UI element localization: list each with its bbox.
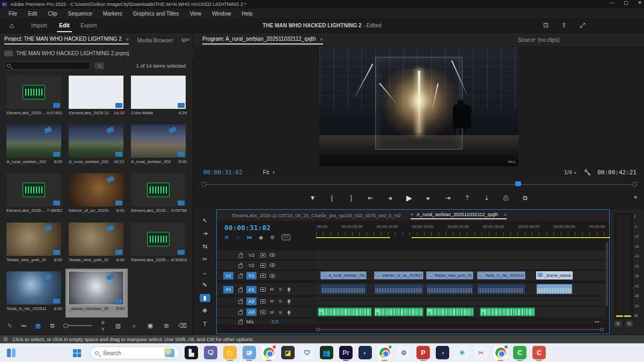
panel-overflow-chevron[interactable]: » — [186, 36, 189, 42]
file-explorer-app[interactable]: 🗀 — [223, 346, 237, 359]
red-p-app[interactable]: P — [416, 346, 430, 359]
add-controls-button[interactable]: + — [633, 193, 638, 201]
video-clip[interactable]: fx_scene_colorado — [536, 271, 573, 279]
menu-window[interactable]: Window — [207, 11, 237, 17]
track-output-eye-icon[interactable] — [269, 263, 275, 267]
project-item[interactable]: A_rural_serbian_2025...8:00 — [3, 122, 65, 171]
comparison-view-button[interactable]: ⧉ — [521, 194, 530, 202]
project-item[interactable]: ElevenLabs_2025-...7:38052 — [3, 171, 65, 219]
project-item[interactable]: Teslas_new_york_202...8:00 — [65, 220, 128, 269]
timeline-timecode[interactable]: 00:00:31:02 — [224, 224, 270, 232]
selection-tool[interactable]: ↖ — [200, 217, 210, 225]
razor-tool[interactable]: ✂ — [200, 255, 210, 263]
computer-app[interactable]: 🖳 — [243, 346, 256, 359]
sphere-app-2[interactable]: ◑ — [436, 346, 449, 359]
red-c-app[interactable]: C — [532, 346, 546, 359]
meeting-app[interactable]: 👥 — [320, 346, 333, 359]
sync-lock-icon[interactable] — [260, 310, 266, 314]
mix-level-value[interactable]: 0.0 — [272, 319, 279, 324]
project-item[interactable]: _scene_colorado_2025...8:00 — [65, 269, 128, 317]
automate-to-sequence-button[interactable]: ▥ — [114, 322, 122, 329]
weather-icon[interactable] — [165, 349, 174, 357]
tab-sequence-inactive[interactable]: ElevenLabs_2025-11-03T20_04_25_Charlie_p… — [232, 213, 401, 218]
timeline-horizontal-scrollbar[interactable] — [316, 328, 604, 331]
search-input[interactable] — [4, 62, 90, 70]
solo-button[interactable]: S — [278, 299, 283, 304]
track-name-v3[interactable]: V3 — [246, 252, 257, 259]
close-button[interactable]: ✕ — [638, 0, 642, 5]
lock-icon[interactable] — [238, 275, 243, 278]
project-item[interactable]: Teslas_new_york_202...8:00 — [3, 220, 65, 269]
project-item[interactable]: ElevenLabs_2025-...8:30816 — [128, 220, 190, 269]
new-bin-button[interactable]: ▣ — [146, 322, 155, 329]
zoom-handle-right[interactable] — [600, 328, 604, 331]
extract-button[interactable]: ⇣ — [482, 194, 491, 202]
sync-lock-icon[interactable] — [260, 253, 266, 257]
menu-clip[interactable]: Clip — [42, 11, 62, 17]
lock-icon[interactable] — [238, 300, 243, 304]
zoom-handle-right[interactable] — [632, 182, 637, 187]
capture-tool-app[interactable]: ✂ — [474, 346, 488, 359]
start-button[interactable] — [70, 346, 84, 359]
track-lane-v2[interactable] — [316, 261, 606, 270]
menu-markers[interactable]: Markers — [98, 11, 128, 17]
project-item[interactable]: Color Matte4;29 — [128, 73, 190, 122]
mark-out-button[interactable]: } — [347, 194, 356, 202]
track-name-v1[interactable]: V1 — [246, 272, 257, 279]
source-patch-v1[interactable]: V1 — [223, 272, 233, 279]
solo-button[interactable]: S — [278, 310, 283, 315]
mute-button[interactable]: M — [269, 299, 274, 304]
go-to-in-button[interactable]: ⇤ — [367, 194, 375, 202]
timeline-vertical-scrollbar[interactable] — [606, 242, 608, 306]
workspaces-icon[interactable]: ⊡ — [543, 21, 548, 29]
voiceover-audio-clip[interactable] — [318, 307, 372, 316]
video-clip[interactable]: fxA_rural_serbian_20251 — [320, 271, 367, 279]
menu-edit[interactable]: Edit — [23, 11, 42, 17]
audio-clip[interactable] — [374, 284, 423, 294]
notes-app[interactable]: ◪ — [281, 346, 295, 359]
tab-export[interactable]: Export — [80, 22, 97, 28]
sphere-app[interactable]: ◐ — [358, 346, 372, 359]
snap-toggle[interactable]: ∩ — [236, 234, 239, 240]
sync-lock-icon[interactable] — [260, 263, 266, 268]
menu-file[interactable]: File — [3, 11, 23, 17]
project-file-row[interactable]: THE MAN WHO HACKED LIGHTNING 2.prproj — [0, 47, 193, 59]
fullscreen-icon[interactable]: ⤢ — [580, 21, 585, 29]
export-frame-button[interactable]: ⎙ — [502, 194, 510, 202]
track-lane-v1[interactable]: fxA_rural_serbian_20251fxInterior_of_an_… — [316, 271, 606, 281]
program-timecode[interactable]: 00:00:31:02 — [203, 169, 243, 176]
menu-sequence[interactable]: Sequence — [63, 11, 98, 17]
add-marker-button[interactable]: ◆ — [259, 234, 264, 240]
list-view-button[interactable]: ≔ — [20, 322, 27, 329]
slip-tool[interactable]: ↔ — [200, 268, 210, 276]
maximize-button[interactable]: ▢ — [624, 0, 628, 5]
panel-menu-icon[interactable]: ≡ — [504, 212, 507, 217]
project-item[interactable]: A_rural_serbian_2025...5:00 — [128, 122, 190, 171]
hand-tool[interactable]: ✥ — [200, 307, 210, 315]
track-name-a3[interactable]: A3 — [246, 308, 257, 316]
sync-lock-icon[interactable] — [260, 299, 266, 304]
voiceover-mic-icon[interactable] — [288, 299, 290, 303]
step-forward-button[interactable]: ▸ — [425, 194, 433, 202]
audio-clip[interactable] — [536, 284, 573, 294]
track-lane-a1[interactable] — [316, 283, 606, 296]
track-name-a2[interactable]: A2 — [246, 298, 257, 305]
menu-view[interactable]: View — [184, 11, 207, 17]
tab-edit[interactable]: Edit — [59, 22, 70, 28]
panel-menu-icon[interactable]: ≡ — [126, 36, 129, 42]
panel-menu-icon[interactable]: ≡ — [320, 36, 323, 42]
sync-lock-icon[interactable] — [260, 287, 266, 292]
monitor-settings-icon[interactable]: 🔧 — [583, 169, 591, 176]
project-item[interactable]: Interior_of_an_202511...8:00 — [65, 171, 128, 219]
track-name-v2[interactable]: V2 — [246, 262, 257, 269]
meter-solo-button[interactable]: S — [614, 321, 621, 327]
video-clip[interactable]: fxInterior_of_an_2025110 — [374, 271, 423, 279]
tab-source[interactable]: Source: (no clips) — [518, 37, 560, 43]
zoom-slider[interactable] — [63, 325, 92, 326]
timeline-ruler[interactable]: :00:0000:00:05:0000:00:10:0000:00:15:000… — [316, 223, 606, 237]
voiceover-audio-clip[interactable] — [374, 307, 423, 316]
meter-solo-button[interactable]: S — [626, 321, 633, 327]
insert-overwrite-toggle[interactable]: ✲ — [224, 234, 229, 240]
sort-icons-button[interactable]: ≡ ˅ — [100, 319, 106, 332]
audio-clip[interactable] — [477, 284, 526, 294]
